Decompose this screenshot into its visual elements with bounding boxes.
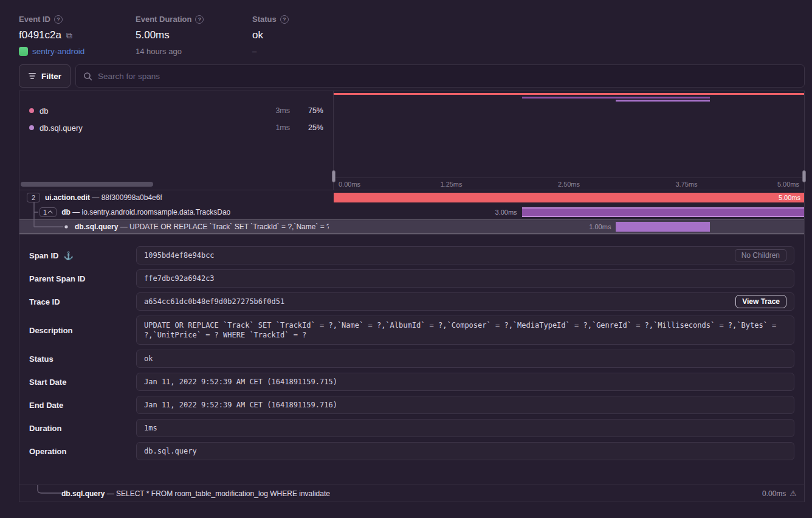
detail-label: Description [29,326,136,335]
detail-label: Status [29,354,136,364]
help-icon[interactable]: ? [280,15,289,24]
op-name: db.sql.query [40,123,256,133]
view-trace-button[interactable]: View Trace [735,295,786,308]
drag-handle-left[interactable] [332,170,335,182]
time-tick: 0.00ms [339,181,360,188]
detail-value-field: db.sql.query [136,442,794,460]
horizontal-scrollbar-thumb[interactable] [21,182,153,187]
span-tree: 2 ui.action.edit — 88f300998a0b4e6f 5.00… [19,190,804,234]
op-row-db[interactable]: db 3ms 75% [29,102,323,119]
span-children-badge[interactable]: 2 [27,193,40,202]
search-container [75,64,805,88]
detail-value-field: 1ms [136,419,794,437]
span-title: db — io.sentry.android.roomsample.data.T… [61,208,230,216]
status-column: Status ? ok – [252,15,289,56]
status-value: ok [144,354,153,363]
span-title: db.sql.query — SELECT * FROM room_table_… [61,489,762,498]
span-duration-label: 0.00ms [762,489,786,498]
project-platform-icon [19,47,28,56]
help-icon[interactable]: ? [54,15,63,24]
span-row-db-sql-query-selected[interactable]: db.sql.query — UPDATE OR REPLACE `Track`… [19,219,804,234]
minimap: db 3ms 75% db.sql.query 1ms 25% 0.00ms 1… [19,91,804,190]
detail-value-field: UPDATE OR REPLACE `Track` SET `TrackId` … [136,316,794,345]
span-row-db-sql-query-select[interactable]: db.sql.query — SELECT * FROM room_table_… [19,485,804,502]
span-bar[interactable]: 5.00ms [334,193,804,202]
event-duration-ago: 14 hours ago [136,47,252,56]
event-duration-column: Event Duration ? 5.00ms 14 hours ago [136,15,252,56]
detail-value-field: ok [136,350,794,368]
span-duration-label: 1.00ms [589,223,611,230]
event-id-value-row: f0491c2a ⧉ [19,29,136,41]
description-value: UPDATE OR REPLACE `Track` SET `TrackId` … [144,320,786,340]
time-tick: 5.00ms [777,181,799,188]
minimap-chart[interactable]: 0.00ms 1.25ms 2.50ms 3.75ms 5.00ms [334,91,804,190]
detail-row-end-date: End Date Jan 11, 2022 9:52:39 AM CET (16… [29,396,794,414]
help-icon[interactable]: ? [195,15,204,24]
detail-label: Trace ID [29,297,136,306]
op-percentage: 25% [295,123,323,132]
event-duration-label: Event Duration [136,15,191,24]
detail-label: Duration [29,424,136,433]
detail-label: Parent Span ID [29,274,136,283]
detail-row-span-id: Span ID ⚓ 1095bd4ef8e94bcc No Children [29,246,794,264]
time-tick: 1.25ms [440,181,462,188]
op-color-dot [29,125,34,130]
time-axis: 0.00ms 1.25ms 2.50ms 3.75ms 5.00ms [334,178,804,190]
span-bar[interactable] [522,207,804,217]
minimap-span-ui-action-edit [334,93,804,95]
duration-value: 1ms [144,424,157,432]
span-bar-cell: 3.00ms [334,205,804,219]
project-link[interactable]: sentry-android [32,47,84,56]
event-id-label-row: Event ID ? [19,15,136,24]
anchor-icon[interactable]: ⚓ [63,251,73,260]
detail-label: End Date [29,401,136,410]
filter-button[interactable]: Filter [19,64,71,88]
span-bar-cell: 1.00ms [334,219,804,234]
span-bar[interactable] [616,222,710,232]
span-row-left: 2 ui.action.edit — 88f300998a0b4e6f [19,190,334,205]
span-title: db.sql.query — UPDATE OR REPLACE `Track`… [75,223,329,231]
status-label: Status [252,15,277,24]
copy-icon[interactable]: ⧉ [66,30,72,41]
span-row-ui-action-edit[interactable]: 2 ui.action.edit — 88f300998a0b4e6f 5.00… [19,190,804,205]
op-color-dot [29,108,34,113]
parent-span-id-value: ffe7dbc92a6942c3 [144,274,215,283]
spans-panel: db 3ms 75% db.sql.query 1ms 25% 0.00ms 1… [19,91,805,502]
detail-row-start-date: Start Date Jan 11, 2022 9:52:39 AM CET (… [29,373,794,391]
minimap-span-db [522,97,710,98]
detail-value-field: Jan 11, 2022 9:52:39 AM CET (1641891159.… [136,396,794,414]
op-duration: 1ms [262,123,290,132]
op-row-db-sql-query[interactable]: db.sql.query 1ms 25% [29,119,323,136]
no-children-badge: No Children [735,249,786,261]
minimap-span-db-sql-query [616,100,710,102]
span-bar-cell: 5.00ms [334,190,804,205]
detail-row-description: Description UPDATE OR REPLACE `Track` SE… [29,316,794,345]
operation-value: db.sql.query [144,447,197,455]
detail-row-duration: Duration 1ms [29,419,794,437]
event-header: Event ID ? f0491c2a ⧉ sentry-android Eve… [0,0,812,64]
detail-value-field: 1095bd4ef8e94bcc No Children [136,246,794,264]
detail-value-field: ffe7dbc92a6942c3 [136,269,794,288]
status-value: ok [252,29,289,41]
event-id-column: Event ID ? f0491c2a ⧉ sentry-android [19,15,136,56]
span-children-badge[interactable]: 1 [40,207,57,217]
filter-icon [28,72,36,80]
drag-handle-right[interactable] [802,170,806,182]
event-id-label: Event ID [19,15,50,24]
span-details: Span ID ⚓ 1095bd4ef8e94bcc No Children P… [19,234,804,485]
span-duration-label: 5.00ms [779,194,800,201]
ops-breakdown: db 3ms 75% db.sql.query 1ms 25% [19,91,334,190]
search-input[interactable] [98,72,797,81]
trace-id-value: a654cc61dc0b48ef9d0b27275b6f0d51 [144,297,284,306]
detail-value-field: a654cc61dc0b48ef9d0b27275b6f0d51 View Tr… [136,292,794,311]
event-duration-value: 5.00ms [136,29,252,41]
span-row-db[interactable]: 1 db — io.sentry.android.roomsample.data… [19,205,804,219]
detail-row-parent-span-id: Parent Span ID ffe7dbc92a6942c3 [29,269,794,288]
time-tick: 3.75ms [675,181,697,188]
event-duration-label-row: Event Duration ? [136,15,252,24]
detail-row-operation: Operation db.sql.query [29,442,794,460]
detail-value-field: Jan 11, 2022 9:52:39 AM CET (1641891159.… [136,373,794,391]
detail-row-trace-id: Trace ID a654cc61dc0b48ef9d0b27275b6f0d5… [29,292,794,311]
time-tick: 2.50ms [558,181,580,188]
status-label-row: Status ? [252,15,289,24]
